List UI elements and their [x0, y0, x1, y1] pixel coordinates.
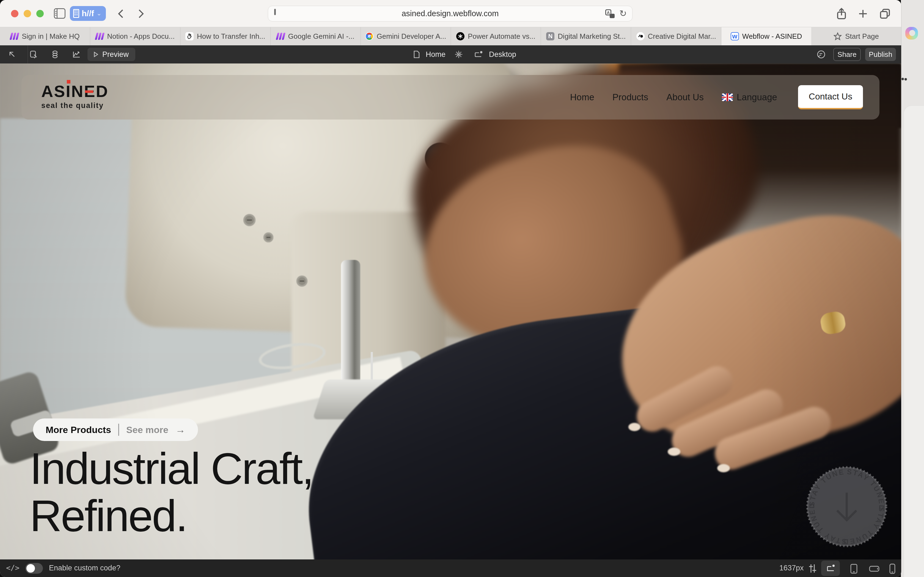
notion-logo-icon: N	[546, 32, 554, 40]
tab-title: Power Automate vs...	[468, 32, 535, 41]
tab-google-gemini[interactable]: Google Gemini AI -...	[271, 27, 361, 45]
chevron-down-icon: ⌄	[97, 10, 102, 17]
address-bar[interactable]: asined.design.webflow.com A ↻	[268, 6, 633, 21]
logo-letters: D	[96, 83, 108, 100]
screen: h//f ⌄ asined.design.webflow.com A ↻	[0, 0, 924, 577]
select-tool-icon[interactable]	[29, 50, 38, 59]
toolbar-center: Home Desktop	[412, 45, 516, 63]
desktop-breakpoint-icon	[473, 50, 484, 59]
sidebar-toggle-icon[interactable]	[54, 8, 65, 19]
tab-title: How to Transfer Inh...	[197, 32, 265, 41]
google-logo-icon: G	[365, 32, 373, 40]
tab-title: Creative Digital Mar...	[648, 32, 716, 41]
width-settings-icon[interactable]	[808, 563, 818, 574]
logo-red-bar	[85, 90, 93, 93]
tab-power-automate[interactable]: Power Automate vs...	[451, 27, 541, 45]
phone-landscape-breakpoint-icon[interactable]	[869, 563, 880, 574]
tab-title: Notion - Apps Docu...	[107, 32, 175, 41]
minimize-window-button[interactable]	[24, 10, 31, 17]
cms-database-icon[interactable]	[51, 50, 60, 59]
play-icon	[92, 51, 99, 58]
back-button[interactable]	[115, 8, 126, 19]
nav-link-home[interactable]: Home	[570, 92, 594, 103]
phone-portrait-breakpoint-icon[interactable]	[889, 563, 896, 574]
lens-icon	[636, 32, 645, 40]
current-page-label[interactable]: Home	[426, 50, 446, 59]
language-label: Language	[737, 92, 777, 103]
more-products-pill[interactable]: More Products See more →	[33, 419, 198, 441]
contact-us-button[interactable]: Contact Us	[798, 85, 863, 110]
contact-label: Contact Us	[809, 92, 852, 102]
tab-title: Gemini Developer A...	[377, 32, 446, 41]
custom-code-label: Enable custom code?	[49, 564, 120, 572]
translate-icon[interactable]: A	[605, 9, 614, 18]
webflow-toolbar: Preview Home Desktop Share Publish	[0, 45, 901, 63]
hand-gesture-icon	[185, 32, 194, 40]
logo-letters: N	[71, 83, 84, 100]
forward-button[interactable]	[135, 8, 146, 19]
uk-flag-icon	[722, 93, 733, 101]
tab-strip: Sign in | Make HQ Notion - Apps Docu... …	[0, 27, 901, 45]
nav-link-about[interactable]: About Us	[666, 92, 704, 103]
tab-title: Digital Marketing St...	[558, 32, 626, 41]
tablet-breakpoint-icon[interactable]	[850, 563, 858, 574]
analytics-icon[interactable]	[72, 50, 81, 59]
browser-window: h//f ⌄ asined.design.webflow.com A ↻	[0, 0, 901, 577]
profile-label: h//f	[82, 9, 94, 18]
comments-icon[interactable]	[816, 50, 826, 60]
webflow-bottom-bar: </> Enable custom code? 1637px	[0, 559, 901, 577]
exit-preview-arrow-icon[interactable]	[8, 50, 16, 59]
laptop-breakpoint-icon	[825, 563, 837, 573]
share-button[interactable]: Share	[833, 48, 861, 61]
stay-tuned-badge[interactable]: STAY TUNED STAY TUNED STAY TUNED STAY TU…	[805, 465, 888, 548]
nav-link-products[interactable]: Products	[612, 92, 648, 103]
reload-icon[interactable]: ↻	[619, 8, 627, 19]
make-logo-icon	[277, 32, 285, 40]
desktop-dot	[901, 78, 904, 80]
tab-creative-digital[interactable]: Creative Digital Mar...	[631, 27, 721, 45]
pill-divider	[118, 424, 119, 436]
see-more-link[interactable]: See more	[126, 424, 168, 435]
tab-title: Sign in | Make HQ	[22, 32, 80, 41]
site-logo[interactable]: ASINED seal the quality	[41, 83, 108, 110]
openai-logo-icon	[456, 32, 464, 40]
nav-language-selector[interactable]: Language	[722, 92, 777, 103]
tab-digital-marketing[interactable]: N Digital Marketing St...	[541, 27, 631, 45]
page-settings-gear-icon[interactable]	[454, 50, 463, 59]
toggle-knob	[26, 564, 35, 572]
preview-button[interactable]: Preview	[87, 48, 135, 61]
desktop-background	[901, 0, 924, 577]
canvas-width-value[interactable]: 1637px	[779, 564, 804, 572]
tab-title: Google Gemini AI -...	[288, 32, 354, 41]
webflow-logo-icon: w	[731, 32, 739, 40]
hero-heading-line1: Industrial Craft,	[30, 445, 313, 492]
building-icon	[73, 9, 79, 18]
tab-how-to-transfer[interactable]: How to Transfer Inh...	[180, 27, 271, 45]
publish-button[interactable]: Publish	[865, 48, 896, 61]
logo-letters: AS	[41, 83, 66, 100]
browser-titlebar: h//f ⌄ asined.design.webflow.com A ↻	[0, 0, 901, 27]
breakpoint-label[interactable]: Desktop	[489, 50, 516, 59]
tab-gemini-developer[interactable]: G Gemini Developer A...	[361, 27, 451, 45]
hero-heading-line2: Refined.	[30, 492, 313, 539]
close-window-button[interactable]	[11, 10, 18, 17]
profile-switcher-button[interactable]: h//f ⌄	[70, 6, 106, 21]
tab-notion-apps[interactable]: Notion - Apps Docu...	[90, 27, 180, 45]
page-icon	[412, 50, 421, 59]
logo-tagline: seal the quality	[41, 102, 108, 110]
star-icon	[834, 32, 842, 40]
tab-title: Start Page	[845, 32, 879, 41]
share-icon[interactable]	[836, 8, 847, 20]
share-label: Share	[837, 50, 856, 59]
tab-make-hq[interactable]: Sign in | Make HQ	[0, 27, 90, 45]
toolbar-divider	[27, 45, 28, 63]
code-icon: </>	[6, 564, 19, 572]
logo-letter-i: I	[66, 82, 71, 101]
custom-code-toggle[interactable]	[25, 563, 43, 574]
tab-webflow-asined-active[interactable]: w Webflow - ASINED	[721, 27, 811, 45]
copilot-icon[interactable]	[905, 27, 918, 40]
tab-start-page[interactable]: Start Page	[811, 27, 901, 45]
zoom-window-button[interactable]	[36, 10, 44, 17]
tab-overview-icon[interactable]	[879, 8, 891, 20]
new-tab-icon[interactable]	[858, 8, 869, 20]
